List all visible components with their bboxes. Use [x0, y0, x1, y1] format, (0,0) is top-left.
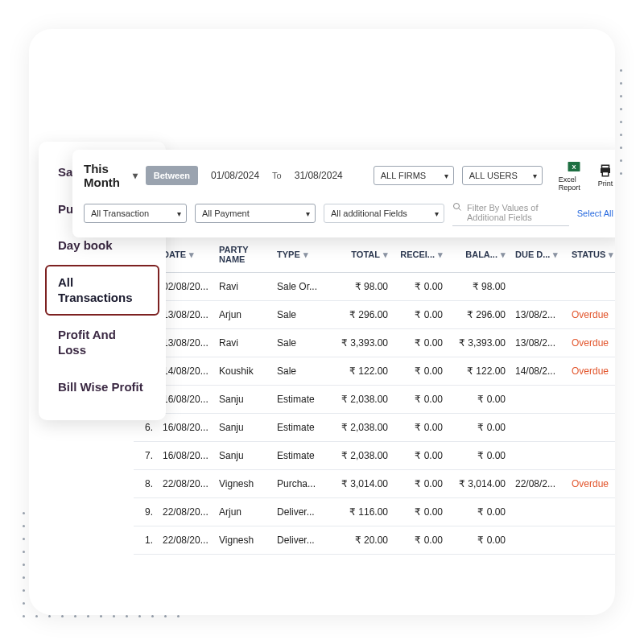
- col-received[interactable]: RECEI...▾: [393, 245, 448, 264]
- search-icon: [452, 202, 462, 212]
- user-dropdown[interactable]: ALL USERS▾: [462, 166, 543, 185]
- cell-type: Sale: [272, 309, 324, 320]
- cell-status: Overdue: [567, 365, 613, 377]
- cell-party: Sanju: [214, 422, 272, 433]
- table-row[interactable]: 1.02/08/20...RaviSale Or...₹ 98.00₹ 0.00…: [134, 273, 615, 301]
- cell-total: ₹ 2,038.00: [324, 394, 393, 405]
- cell-due: [510, 535, 567, 546]
- cell-due: 13/08/2...: [510, 337, 567, 349]
- cell-total: ₹ 3,393.00: [324, 337, 393, 349]
- table-row[interactable]: 3.13/08/20...RaviSale₹ 3,393.00₹ 0.00₹ 3…: [134, 329, 615, 357]
- between-button[interactable]: Between: [146, 166, 198, 185]
- svg-rect-2: [602, 165, 609, 168]
- cell-due: [510, 450, 567, 461]
- col-duedate[interactable]: DUE D...▾: [510, 245, 567, 264]
- cell-type: Sale: [272, 365, 324, 377]
- sidebar-item-billwise-profit[interactable]: Bill Wise Profit: [45, 369, 159, 405]
- col-status[interactable]: STATUS▾: [567, 245, 613, 264]
- cell-due: 13/08/2...: [510, 309, 567, 320]
- svg-rect-4: [602, 172, 609, 176]
- table-row[interactable]: 4.14/08/20...KoushikSale₹ 122.00₹ 0.00₹ …: [134, 357, 615, 386]
- cell-status: [567, 506, 613, 518]
- cell-type: Purcha...: [272, 478, 324, 489]
- cell-total: ₹ 122.00: [324, 365, 393, 377]
- cell-received: ₹ 0.00: [393, 450, 448, 461]
- svg-line-6: [459, 208, 461, 211]
- cell-total: ₹ 3,014.00: [324, 478, 393, 489]
- cell-date: 02/08/20...: [158, 281, 214, 292]
- cell-received: ₹ 0.00: [393, 535, 448, 546]
- cell-due: 14/08/2...: [510, 365, 567, 377]
- firm-dropdown[interactable]: ALL FIRMS▾: [374, 166, 454, 185]
- cell-due: [510, 281, 567, 292]
- svg-point-5: [454, 204, 460, 209]
- cell-balance: ₹ 0.00: [448, 422, 510, 433]
- cell-party: Arjun: [214, 309, 272, 320]
- col-type[interactable]: TYPE▾: [272, 245, 324, 264]
- cell-total: ₹ 2,038.00: [324, 422, 393, 433]
- excel-report-button[interactable]: X Excel Report: [559, 159, 589, 192]
- cell-date: 14/08/20...: [158, 365, 214, 377]
- cell-received: ₹ 0.00: [393, 309, 448, 320]
- cell-status: Overdue: [567, 337, 613, 349]
- payment-dropdown[interactable]: All Payment▾: [195, 204, 316, 223]
- cell-due: [510, 506, 567, 518]
- cell-status: [567, 422, 613, 433]
- chevron-down-icon: ▾: [444, 171, 448, 180]
- table-row[interactable]: 1.22/08/20...VigneshDeliver...₹ 20.00₹ 0…: [134, 526, 615, 555]
- cell-received: ₹ 0.00: [393, 478, 448, 489]
- filter-icon: ▾: [383, 250, 388, 260]
- table-row[interactable]: 2.13/08/20...ArjunSale₹ 296.00₹ 0.00₹ 29…: [134, 301, 615, 329]
- transactions-table: # DATE▾ PARTY NAME TYPE▾ TOTAL▾ RECEI...…: [134, 237, 615, 607]
- col-balance[interactable]: BALA...▾: [448, 245, 510, 264]
- chevron-down-icon: ▾: [435, 208, 439, 217]
- cell-num: 9.: [137, 506, 158, 518]
- col-party[interactable]: PARTY NAME: [214, 245, 272, 264]
- cell-party: Sanju: [214, 450, 272, 461]
- date-to[interactable]: 31/08/2024: [290, 167, 348, 184]
- cell-num: 1.: [137, 535, 158, 546]
- cell-due: [510, 422, 567, 433]
- sidebar-item-all-transactions[interactable]: All Transactions: [45, 265, 159, 316]
- additional-fields-dropdown[interactable]: All additional Fields▾: [324, 204, 444, 223]
- select-all-link[interactable]: Select All: [577, 208, 613, 218]
- app-card: Sa Pu Day book All Transactions Profit A…: [29, 29, 615, 615]
- table-row[interactable]: 7.16/08/20...SanjuEstimate₹ 2,038.00₹ 0.…: [134, 442, 615, 470]
- cell-received: ₹ 0.00: [393, 337, 448, 349]
- cell-type: Estimate: [272, 394, 324, 405]
- date-from[interactable]: 01/08/2024: [206, 167, 264, 184]
- cell-date: 16/08/20...: [158, 450, 214, 461]
- cell-received: ₹ 0.00: [393, 394, 448, 405]
- chevron-down-icon: ▾: [177, 208, 181, 217]
- col-total[interactable]: TOTAL▾: [324, 245, 393, 264]
- sidebar-item-profit-loss[interactable]: Profit And Loss: [45, 317, 159, 368]
- col-date[interactable]: DATE▾: [158, 245, 214, 264]
- cell-total: ₹ 2,038.00: [324, 450, 393, 461]
- filter-icon: ▾: [553, 250, 558, 260]
- transaction-dropdown[interactable]: All Transaction▾: [84, 204, 187, 223]
- svg-text:X: X: [572, 163, 576, 171]
- table-row[interactable]: 6.16/08/20...SanjuEstimate₹ 2,038.00₹ 0.…: [134, 414, 615, 442]
- print-icon: [597, 163, 613, 178]
- cell-type: Estimate: [272, 422, 324, 433]
- cell-status: [567, 450, 613, 461]
- table-row[interactable]: 8.22/08/20...VigneshPurcha...₹ 3,014.00₹…: [134, 470, 615, 498]
- filters-bar: This Month ▾ Between 01/08/2024 To 31/08…: [72, 150, 615, 237]
- search-input[interactable]: Filter By Values of Additional Fields: [452, 200, 569, 226]
- cell-num: 7.: [137, 450, 158, 461]
- cell-party: Vignesh: [214, 535, 272, 546]
- cell-balance: ₹ 3,014.00: [448, 478, 510, 489]
- print-button[interactable]: Print: [597, 163, 613, 188]
- excel-icon: X: [566, 159, 582, 174]
- filter-icon: ▾: [189, 250, 194, 260]
- filter-icon: ▾: [609, 250, 613, 260]
- cell-balance: ₹ 0.00: [448, 394, 510, 405]
- chevron-down-icon: ▾: [306, 208, 310, 217]
- table-row[interactable]: 5.16/08/20...SanjuEstimate₹ 2,038.00₹ 0.…: [134, 386, 615, 414]
- filter-icon: ▾: [501, 250, 506, 260]
- cell-balance: ₹ 98.00: [448, 281, 510, 292]
- cell-total: ₹ 98.00: [324, 281, 393, 292]
- period-dropdown[interactable]: This Month ▾: [84, 162, 138, 189]
- table-row[interactable]: 9.22/08/20...ArjunDeliver...₹ 116.00₹ 0.…: [134, 498, 615, 526]
- cell-balance: ₹ 296.00: [448, 309, 510, 320]
